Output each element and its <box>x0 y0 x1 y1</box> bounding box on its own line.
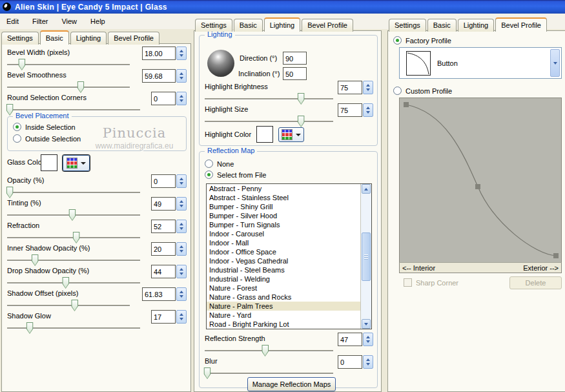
reflection-map-item[interactable]: Nature - Yard <box>207 311 371 320</box>
opacity-input[interactable] <box>151 174 176 188</box>
delete-button[interactable]: Delete <box>509 276 562 289</box>
spin-up-icon[interactable] <box>180 291 183 293</box>
spin-down-icon[interactable] <box>366 88 370 91</box>
curve-handle[interactable] <box>553 253 559 258</box>
spin-down-icon[interactable] <box>180 318 183 320</box>
left-tab-bevel-profile[interactable]: Bevel Profile <box>108 32 159 45</box>
spin-down-icon[interactable] <box>180 250 183 253</box>
spin-down-icon[interactable] <box>366 340 370 343</box>
left-tab-settings[interactable]: Settings <box>1 32 39 45</box>
menu-help[interactable]: Help <box>89 16 107 26</box>
shadow-offset-input[interactable] <box>142 287 176 301</box>
slider-thumb[interactable] <box>6 104 14 116</box>
bevel-width-input[interactable] <box>142 46 176 60</box>
reflection-strength-input[interactable] <box>338 333 362 346</box>
spin-down-icon[interactable] <box>366 111 370 114</box>
dropdown-scroll-strip[interactable] <box>550 49 560 77</box>
select-from-file-option[interactable]: Select from File <box>205 170 266 179</box>
inside-selection-option[interactable]: Inside Selection <box>13 123 76 131</box>
radio-icon[interactable] <box>393 36 402 45</box>
inner-shadow-input[interactable] <box>151 242 176 256</box>
tinting-spinner[interactable] <box>176 197 187 211</box>
slider-thumb[interactable] <box>26 322 34 334</box>
reflection-map-item[interactable]: Bumper - Turn Signals <box>207 220 371 229</box>
factory-profile-option[interactable]: Factory Profile <box>393 36 451 45</box>
reflection-map-item[interactable]: Indoor - Vegas Cathedral <box>207 256 371 265</box>
slider-thumb[interactable] <box>6 187 14 198</box>
sharp-corner-option[interactable]: Sharp Corner <box>404 278 458 287</box>
spin-down-icon[interactable] <box>180 273 183 275</box>
slider-thumb[interactable] <box>68 209 76 221</box>
reflection-none-option[interactable]: None <box>205 160 234 168</box>
slider-thumb[interactable] <box>71 300 78 311</box>
highlight-brightness-spinner[interactable] <box>363 81 373 94</box>
direction-input[interactable] <box>283 52 307 65</box>
bevel-smoothness-slider[interactable] <box>7 87 130 88</box>
bevel-width-spinner[interactable] <box>176 46 187 60</box>
spin-up-icon[interactable] <box>180 95 183 98</box>
bevel-width-slider[interactable] <box>7 64 130 65</box>
reflection-map-item[interactable]: Indoor - Mall <box>207 238 371 247</box>
radio-icon[interactable] <box>13 134 21 143</box>
highlight-brightness-input[interactable] <box>338 81 362 94</box>
spin-down-icon[interactable] <box>366 363 370 366</box>
reflection-strength-slider[interactable] <box>205 350 333 351</box>
tinting-slider[interactable] <box>7 214 140 216</box>
shadow-offset-spinner[interactable] <box>176 287 187 301</box>
shadow-glow-input[interactable] <box>151 310 176 324</box>
spin-up-icon[interactable] <box>366 84 370 87</box>
reflection-map-item[interactable]: Industrial - Welding <box>207 274 371 284</box>
refraction-slider[interactable] <box>7 237 140 238</box>
opacity-slider[interactable] <box>7 192 140 193</box>
spin-up-icon[interactable] <box>180 50 183 52</box>
slider-thumb[interactable] <box>203 367 211 379</box>
spin-down-icon[interactable] <box>180 227 183 230</box>
right-tab-settings[interactable]: Settings <box>389 19 426 32</box>
menu-view[interactable]: View <box>60 16 78 26</box>
light-direction-sphere[interactable] <box>207 50 234 77</box>
reflection-map-item[interactable]: Indoor - Office Space <box>207 247 371 256</box>
spin-up-icon[interactable] <box>366 107 370 109</box>
bevel-profile-curve-editor[interactable] <box>399 98 562 262</box>
spin-down-icon[interactable] <box>180 182 183 185</box>
reflection-map-item[interactable]: Abstract - Penny <box>207 184 371 193</box>
reflection-map-item[interactable]: Indoor - Carousel <box>207 229 371 238</box>
spin-up-icon[interactable] <box>180 200 183 203</box>
refraction-spinner[interactable] <box>176 220 187 233</box>
slider-thumb[interactable] <box>73 232 80 243</box>
spin-down-icon[interactable] <box>180 295 183 298</box>
slider-thumb[interactable] <box>298 116 305 127</box>
inner-shadow-slider[interactable] <box>7 260 140 261</box>
radio-icon[interactable] <box>205 170 213 179</box>
slider-thumb[interactable] <box>298 93 305 105</box>
shadow-offset-slider[interactable] <box>7 305 130 306</box>
reflection-map-item[interactable]: Nature - Grass and Rocks <box>207 293 371 302</box>
scroll-up-button[interactable] <box>362 184 371 194</box>
curve-handle[interactable] <box>475 184 480 189</box>
left-tab-lighting[interactable]: Lighting <box>70 32 107 45</box>
list-scrollbar[interactable] <box>360 184 371 329</box>
shadow-glow-slider[interactable] <box>7 327 140 329</box>
reflection-map-item[interactable]: Abstract - Stainless Steel <box>207 193 371 202</box>
highlight-color-picker-button[interactable] <box>278 127 304 142</box>
right-tab-lighting[interactable]: Lighting <box>458 19 495 32</box>
radio-icon[interactable] <box>393 87 402 95</box>
tinting-input[interactable] <box>151 197 176 211</box>
spin-down-icon[interactable] <box>180 77 183 79</box>
highlight-color-swatch[interactable] <box>256 126 273 143</box>
middle-tab-basic[interactable]: Basic <box>234 19 263 32</box>
right-tab-basic[interactable]: Basic <box>427 19 457 32</box>
highlight-size-input[interactable] <box>338 103 362 117</box>
reflection-map-item[interactable]: Road - Bright Parking Lot <box>207 320 371 329</box>
spin-up-icon[interactable] <box>180 268 183 271</box>
radio-icon[interactable] <box>13 123 21 131</box>
slider-thumb[interactable] <box>62 277 69 289</box>
slider-thumb[interactable] <box>32 254 39 266</box>
round-corners-slider[interactable] <box>7 109 140 110</box>
blur-input[interactable] <box>338 355 362 369</box>
opacity-spinner[interactable] <box>176 174 187 188</box>
middle-tab-lighting[interactable]: Lighting <box>264 17 301 32</box>
slider-thumb[interactable] <box>18 59 25 70</box>
glass-color-picker-button[interactable] <box>63 155 90 171</box>
factory-profile-dropdown[interactable]: Button <box>399 47 562 79</box>
